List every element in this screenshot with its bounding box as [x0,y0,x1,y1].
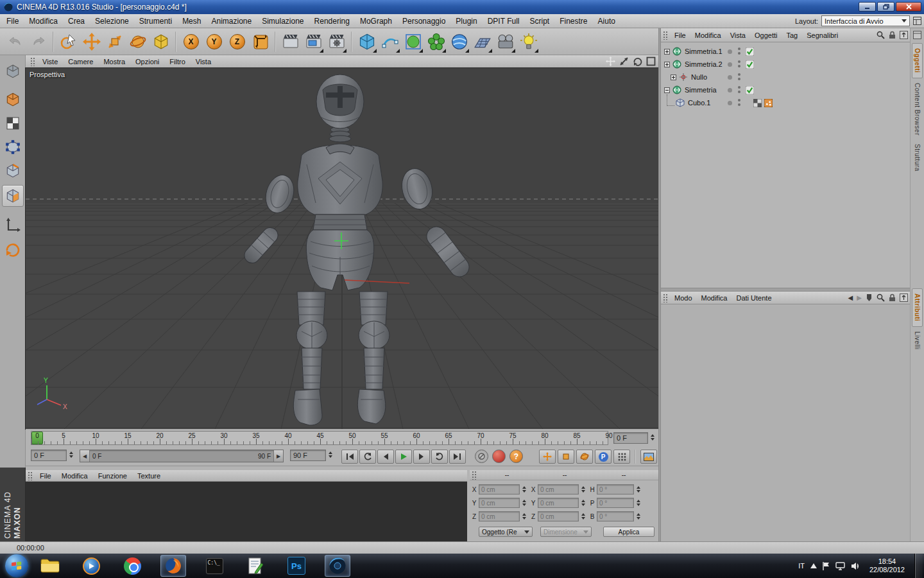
rot-b-field[interactable]: 0 ° [597,511,634,521]
object-row[interactable]: Simmetria [661,83,910,96]
stepper[interactable] [637,486,643,493]
add-environment-button[interactable] [448,30,470,54]
start-button[interactable] [5,554,28,577]
object-name[interactable]: Simmetria.1 [685,48,723,55]
stepper[interactable] [581,486,588,493]
vp-menu-filtro[interactable]: Filtro [164,57,190,67]
stepper[interactable] [522,513,529,520]
taskbar-cinema4d[interactable] [325,555,350,577]
last-tool-button[interactable] [150,30,172,54]
taskbar-editor[interactable] [243,555,268,577]
pos-y-field[interactable]: 0 cm [479,498,520,508]
add-camera-button[interactable] [494,30,517,54]
object-row[interactable]: Cubo.1 [661,96,910,109]
menu-aiuto[interactable]: Aiuto [593,15,620,28]
mat-menu-texture[interactable]: Texture [132,471,166,480]
record-pla-button[interactable] [613,450,630,464]
open-timeline-button[interactable] [640,450,657,464]
volume-icon[interactable] [851,562,860,570]
taskbar-media-player[interactable] [78,555,104,577]
goto-start-button[interactable] [341,450,358,464]
vp-menu-camere[interactable]: Camere [63,57,98,67]
pin-icon[interactable] [866,293,873,302]
end-frame-field[interactable]: 90 F [290,450,326,461]
layer-dot[interactable] [728,88,732,92]
tab-content-browser[interactable]: Content Browser [912,78,922,140]
menu-dpit-full[interactable]: DPIT Full [483,15,525,28]
coord-size-dropdown[interactable]: Dimensione [540,527,592,537]
add-spline-button[interactable] [379,30,401,54]
viewport-3d[interactable]: Y X [26,68,658,429]
previous-frame-button[interactable] [377,450,394,464]
action-center-flag-icon[interactable] [823,562,830,570]
panel-menu-icon[interactable] [913,31,921,39]
expand-icon[interactable] [664,49,670,55]
stepper[interactable] [637,513,643,520]
size-y-field[interactable]: 0 cm [538,498,579,508]
mat-menu-modifica[interactable]: Modifica [56,471,93,480]
drag-grip[interactable] [28,471,33,480]
zoom-view-icon[interactable] [619,57,629,66]
stepper[interactable] [637,500,643,506]
tray-expand-icon[interactable] [810,563,817,568]
points-mode-button[interactable] [2,136,24,158]
texture-mode-button[interactable] [2,112,24,134]
pos-x-field[interactable]: 0 cm [479,484,520,495]
drag-grip[interactable] [663,293,668,302]
object-name[interactable]: Simmetria [685,86,717,94]
record-position-button[interactable] [539,450,556,464]
vp-menu-mostra[interactable]: Mostra [98,57,130,67]
goto-end-button[interactable] [449,450,466,464]
pos-z-field[interactable]: 0 cm [479,511,520,521]
vp-menu-opzioni[interactable]: Opzioni [130,57,164,67]
rotate-tool[interactable] [126,30,149,54]
menu-simulazione[interactable]: Simulazione [257,15,309,28]
am-menu-modo[interactable]: Modo [670,293,697,303]
lock-y-axis-button[interactable]: Y [203,30,225,54]
search-icon[interactable] [877,293,885,302]
previous-key-button[interactable] [359,450,376,464]
layout-grid-icon[interactable] [913,17,921,25]
move-tool[interactable] [80,30,103,54]
attribute-manager-body[interactable] [661,304,910,541]
pan-view-icon[interactable] [606,57,615,66]
play-button[interactable] [395,450,412,464]
visibility-dots[interactable] [738,73,740,80]
taskbar-chrome[interactable] [119,555,145,577]
taskbar-photoshop[interactable]: Ps [284,555,309,577]
menu-selezione[interactable]: Selezione [90,15,134,28]
menu-mograph[interactable]: MoGraph [355,15,397,28]
drag-grip[interactable] [663,31,668,40]
workplane-button[interactable] [2,238,24,260]
am-menu-dati-utente[interactable]: Dati Utente [732,293,776,303]
model-mode-button[interactable] [2,89,24,110]
polygons-mode-button[interactable] [2,185,24,207]
taskbar-firefox[interactable] [160,555,186,577]
enable-axis-button[interactable] [2,215,24,236]
enabled-check-icon[interactable] [746,86,754,94]
record-rotation-button[interactable] [576,450,593,464]
record-keyframe-button[interactable] [492,450,506,463]
close-button[interactable] [896,2,921,12]
add-cube-button[interactable] [355,30,378,54]
add-floor-button[interactable] [471,30,493,54]
menu-rendering[interactable]: Rendering [309,15,355,28]
loop-button[interactable] [431,450,448,464]
menu-plugin[interactable]: Plugin [450,15,482,28]
visibility-dots[interactable] [738,86,740,93]
add-mograph-button[interactable] [425,30,447,54]
enabled-check-icon[interactable] [746,48,754,56]
object-row[interactable]: Nullo [661,71,910,83]
autokey-help-button[interactable]: ? [509,450,523,463]
om-menu-tag[interactable]: Tag [782,30,802,40]
rot-h-field[interactable]: 0 ° [597,484,634,495]
scale-tool[interactable] [103,30,126,54]
object-row[interactable]: Simmetria.1 [661,45,910,58]
collapse-icon[interactable] [664,87,670,93]
add-subdivision-surface-button[interactable] [402,30,424,54]
lock-x-axis-button[interactable]: X [180,30,202,54]
tab-struttura[interactable]: Struttura [912,139,922,176]
phong-tag-icon[interactable] [764,99,773,107]
enabled-check-icon[interactable] [746,60,754,69]
start-frame-field[interactable]: 0 F [31,450,67,461]
